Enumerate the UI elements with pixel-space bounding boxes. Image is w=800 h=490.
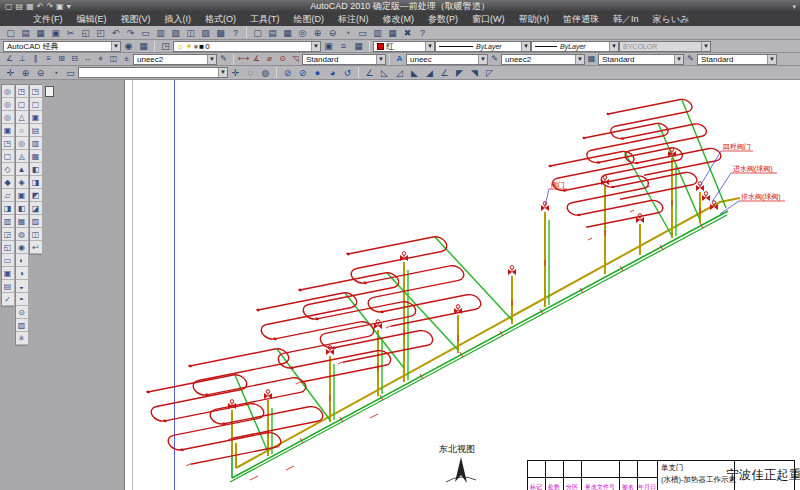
linetype-combo[interactable]: ByLayer ▼	[435, 41, 531, 52]
toolbar-icon[interactable]: ◈	[16, 176, 28, 189]
toolbar-icon[interactable]: ↩	[30, 241, 42, 254]
toolbar-icon[interactable]: ↷	[123, 27, 138, 39]
toolbar-icon[interactable]: ▦	[33, 27, 48, 39]
toolbar-icon[interactable]: ◱	[78, 27, 93, 39]
toolbar-icon[interactable]: ▭	[63, 67, 78, 79]
toolbar-icon[interactable]: ▢	[250, 27, 265, 39]
toolbar-icon[interactable]: ▣	[2, 267, 14, 280]
toolbar-icon[interactable]: ▩	[213, 27, 228, 39]
text-a-icon[interactable]: A	[393, 53, 406, 65]
menu-item[interactable]: 参数(P)	[421, 13, 465, 26]
render-icon[interactable]: ⊘	[295, 67, 310, 79]
toolbar-icon[interactable]: ▧	[168, 27, 183, 39]
chevron-down-icon[interactable]: ▼	[311, 42, 320, 51]
constraint-icon[interactable]: ◤	[452, 67, 467, 79]
toolbar-icon[interactable]: ◬	[16, 150, 28, 163]
toolbar-icon[interactable]: ▤	[30, 124, 42, 137]
toolbar-icon[interactable]: ◨	[2, 202, 14, 215]
toolbar-icon[interactable]: ◍	[16, 228, 28, 241]
toolbar-icon[interactable]: ▣	[16, 189, 28, 202]
menu-item[interactable]: 修改(M)	[376, 13, 422, 26]
chevron-down-icon[interactable]: ▼	[767, 55, 776, 64]
toolbar-icon[interactable]: ≡	[336, 40, 351, 52]
toolbar-icon[interactable]: ▲	[16, 163, 28, 176]
chevron-down-icon[interactable]: ▼	[376, 55, 385, 64]
toolbar-icon[interactable]: ▣	[48, 27, 63, 39]
layer-properties-icon[interactable]: ◳	[158, 40, 173, 52]
menu-item[interactable]: 绘图(D)	[287, 13, 332, 26]
toolbar-icon[interactable]: ✛	[228, 67, 243, 79]
view-combo[interactable]: ▼	[78, 67, 228, 78]
toolbar-icon[interactable]: ▣	[2, 124, 14, 137]
dimension-icon[interactable]: ∡	[250, 53, 263, 65]
toolbar-icon[interactable]: ▧	[16, 319, 28, 332]
render-icon[interactable]: ◕	[325, 67, 340, 79]
render-icon[interactable]: ⊘	[280, 67, 295, 79]
quick-access-icon[interactable]: ▾	[67, 0, 71, 13]
toolbar-icon[interactable]: ◎	[295, 27, 310, 39]
toolbar-icon[interactable]: ◒	[16, 280, 28, 293]
toolbar-icon[interactable]: ◎	[2, 111, 14, 124]
toolbar-icon[interactable]: ◇	[2, 163, 14, 176]
toolbar-icon[interactable]: ↶	[108, 27, 123, 39]
toolbar-icon[interactable]: ▥	[2, 215, 14, 228]
chevron-down-icon[interactable]: ▼	[111, 42, 120, 51]
layer-thaw-icon[interactable]: ☀	[185, 42, 192, 51]
toolbar-icon[interactable]: ▢	[2, 150, 14, 163]
toolbar-icon[interactable]: ◑	[16, 267, 28, 280]
menu-item[interactable]: 标注(N)	[331, 13, 376, 26]
toolbar-icon[interactable]: ◔	[340, 27, 355, 39]
render-icon[interactable]: ●	[310, 67, 325, 79]
constraint-icon[interactable]: ∠	[362, 67, 377, 79]
drawing-viewport[interactable]: 阀门 回程阀门 进水阀(球阀) 排水阀(球阀) 东北视图 单支门 (水槽)-加热…	[0, 80, 800, 490]
toolbar-icon[interactable]: ▭	[355, 27, 370, 39]
toolbar-icon[interactable]: ◱	[2, 241, 14, 254]
toolbar-icon[interactable]: ⋄	[94, 53, 107, 65]
quick-access-icon[interactable]: ▢	[5, 0, 13, 13]
menu-item[interactable]: 编辑(E)	[70, 13, 114, 26]
chevron-down-icon[interactable]: ▼	[218, 68, 227, 77]
toolbar-icon[interactable]: ✖	[400, 27, 415, 39]
toolbar-icon[interactable]: ◳	[2, 137, 14, 150]
menu-item[interactable]: 视图(V)	[114, 13, 158, 26]
toolbar-icon[interactable]: ▦	[30, 150, 42, 163]
toolbar-icon[interactable]: ∠	[3, 53, 16, 65]
constraint-icon[interactable]: ◥	[467, 67, 482, 79]
text-style-combo-3[interactable]: uneec2 ▼	[501, 54, 585, 65]
text-style-combo[interactable]: uneec2 ▼	[133, 54, 217, 65]
toolbar-icon[interactable]: ⊞	[55, 53, 68, 65]
layer-combo[interactable]: ☼ ☀ ● ■ 0 ▼	[173, 41, 321, 52]
toolbar-icon[interactable]: ◍	[258, 67, 273, 79]
menu-item[interactable]: 插入(I)	[158, 13, 199, 26]
toolbar-icon[interactable]: ⊖	[33, 67, 48, 79]
toolbar-icon[interactable]: ◧	[30, 163, 42, 176]
dimension-icon[interactable]: ⌀	[263, 53, 276, 65]
toolbar-icon[interactable]: ⊕	[18, 67, 33, 79]
layer-on-icon[interactable]: ☼	[177, 42, 184, 51]
quick-access-icon[interactable]: ▦	[26, 0, 34, 13]
edit-style-icon[interactable]: ✎	[488, 53, 501, 65]
toolbar-icon[interactable]: ◔	[48, 67, 63, 79]
menu-item[interactable]: 笛伴通珠	[556, 13, 606, 26]
constraint-icon[interactable]: ◸	[482, 67, 497, 79]
viewport-corner-widget[interactable]	[45, 86, 54, 97]
dimension-icon[interactable]: ◹	[289, 53, 302, 65]
chevron-down-icon[interactable]: ▼	[575, 55, 584, 64]
layer-lock-icon[interactable]: ●	[194, 42, 199, 51]
menu-item[interactable]: 格式(O)	[198, 13, 243, 26]
toolbar-icon[interactable]: ▥	[370, 27, 385, 39]
toolbar-icon[interactable]: ◳	[30, 85, 42, 98]
toolbar-icon[interactable]: ⊖	[325, 27, 340, 39]
toolbar-icon[interactable]: ◰	[93, 27, 108, 39]
constraint-icon[interactable]: ◿	[392, 67, 407, 79]
lineweight-combo[interactable]: ByLayer ▼	[531, 41, 619, 52]
toolbar-icon[interactable]: ▨	[30, 215, 42, 228]
toolbar-icon[interactable]: ▦	[16, 215, 28, 228]
toolbar-icon[interactable]: ○	[16, 124, 28, 137]
menu-item[interactable]: 文件(F)	[26, 13, 70, 26]
toolbar-icon[interactable]: ◧	[16, 202, 28, 215]
table-style-combo[interactable]: Standard ▼	[598, 54, 684, 65]
toolbar-icon[interactable]: ◉	[121, 40, 136, 52]
toolbar-icon[interactable]: ◫	[30, 228, 42, 241]
chevron-down-icon[interactable]: ▼	[609, 42, 618, 51]
